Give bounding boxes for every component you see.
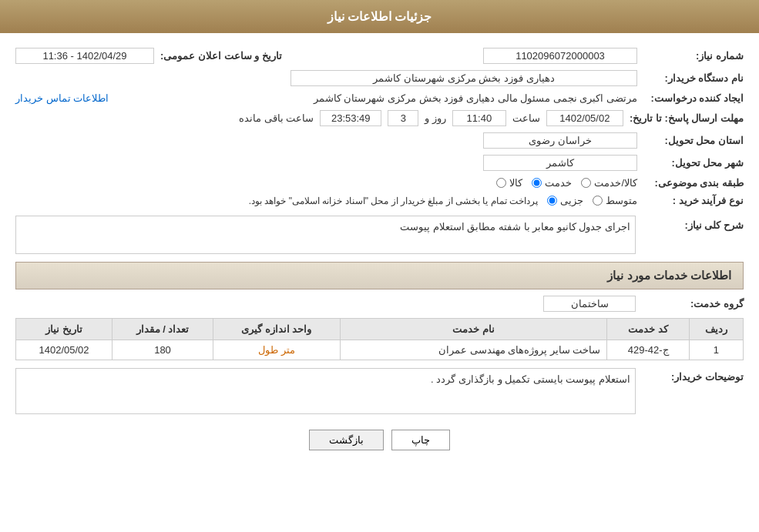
service-group-label: گروه خدمت: — [643, 298, 744, 309]
category-kala-radio[interactable] — [496, 178, 506, 188]
city-label: شهر محل تحویل: — [643, 157, 744, 169]
purchase-motavaset-label: متوسط — [606, 195, 637, 206]
col-header-code: کد خدمت — [607, 319, 689, 340]
creator-value: مرتضی اکبری نجمی مسئول مالی دهیاری فوزد … — [115, 92, 637, 104]
bottom-buttons: چاپ بازگشت — [15, 430, 744, 450]
category-kala-khadamat-radio[interactable] — [581, 178, 591, 188]
col-header-date: تاریخ نیاز — [16, 319, 113, 340]
need-number-label: شماره نیاز: — [643, 50, 744, 62]
cell-date: 1402/05/02 — [16, 340, 113, 360]
service-group-row: گروه خدمت: ساختمان — [15, 296, 744, 312]
col-header-qty: تعداد / مقدار — [113, 319, 213, 340]
announcement-date-value: 1402/04/29 - 11:36 — [15, 48, 154, 64]
province-label: استان محل تحویل: — [643, 135, 744, 146]
buyer-desc-label: توضیحات خریدار: — [643, 368, 744, 383]
col-header-name: نام خدمت — [340, 319, 607, 340]
content-area: شماره نیاز: 1102096072000003 تاریخ و ساع… — [0, 33, 759, 473]
purchase-type-options: متوسط جزیی پرداخت تمام یا بخشی از مبلغ خ… — [249, 195, 637, 206]
reply-deadline-row: مهلت ارسال پاسخ: تا تاریخ: 1402/05/02 سا… — [15, 107, 744, 129]
category-radio-group: کالا/خدمت خدمت کالا — [496, 177, 637, 189]
category-kala-option[interactable]: کالا — [496, 177, 522, 189]
page-wrapper: جزئیات اطلاعات نیاز شماره نیاز: 11020960… — [0, 0, 759, 532]
reply-time-field: 11:40 — [452, 110, 506, 126]
purchase-type-row: نوع فرآیند خرید : متوسط جزیی پرداخت تمام… — [15, 192, 744, 209]
category-kala-khadamat-label: کالا/خدمت — [594, 177, 637, 189]
services-table-header-row: ردیف کد خدمت نام خدمت واحد اندازه گیری ت… — [16, 319, 744, 340]
category-row: طبقه بندی موضوعی: کالا/خدمت خدمت کالا — [15, 174, 744, 192]
services-table: ردیف کد خدمت نام خدمت واحد اندازه گیری ت… — [15, 318, 744, 360]
buyer-desc-value: استعلام پیوست بایستی تکمیل و بازگذاری گر… — [15, 368, 636, 414]
reply-remaining-label: ساعت باقی مانده — [239, 112, 314, 124]
need-description-value: اجرای جدول کانیو معابر با شفته مطابق است… — [15, 216, 636, 254]
category-khadamat-label: خدمت — [545, 177, 572, 189]
creator-label: ایجاد کننده درخواست: — [643, 92, 744, 104]
buyer-name-value: دهیاری فوزد بخش مرکزی شهرستان کاشمر — [291, 70, 637, 86]
table-row: 1 ج-42-429 ساخت سایر پروژه‌های مهندسی عم… — [16, 340, 744, 360]
reply-date-field: 1402/05/02 — [546, 110, 623, 126]
reply-remaining-field: 23:53:49 — [320, 110, 381, 126]
cell-code: ج-42-429 — [607, 340, 689, 360]
page-title: جزئیات اطلاعات نیاز — [327, 10, 432, 23]
page-header: جزئیات اطلاعات نیاز — [0, 0, 759, 33]
purchase-motavaset-radio[interactable] — [593, 196, 603, 206]
service-group-value: ساختمان — [543, 296, 636, 312]
back-button[interactable]: بازگشت — [309, 430, 384, 450]
category-khadamat-option[interactable]: خدمت — [532, 177, 572, 189]
category-kala-label: کالا — [509, 177, 522, 189]
reply-deadline-label: مهلت ارسال پاسخ: تا تاریخ: — [630, 112, 744, 124]
services-section-title: اطلاعات خدمات مورد نیاز — [607, 269, 731, 282]
col-header-unit: واحد اندازه گیری — [213, 319, 340, 340]
purchase-type-text: پرداخت تمام یا بخشی از مبلغ خریدار از مح… — [249, 196, 538, 206]
purchase-jazei-option[interactable]: جزیی — [547, 195, 583, 206]
reply-days-label: روز و — [425, 112, 446, 124]
buyer-name-label: نام دستگاه خریدار: — [643, 72, 744, 84]
need-number-value: 1102096072000003 — [483, 48, 637, 64]
category-khadamat-radio[interactable] — [532, 178, 542, 188]
services-section-header: اطلاعات خدمات مورد نیاز — [15, 262, 744, 289]
reply-time-label: ساعت — [512, 112, 540, 124]
print-button[interactable]: چاپ — [391, 430, 450, 450]
creator-row: ایجاد کننده درخواست: مرتضی اکبری نجمی مس… — [15, 89, 744, 107]
cell-quantity: 180 — [113, 340, 213, 360]
announcement-date-label: تاریخ و ساعت اعلان عمومی: — [160, 50, 282, 62]
purchase-motavaset-option[interactable]: متوسط — [593, 195, 637, 206]
need-description-label: شرح کلی نیاز: — [643, 216, 744, 231]
cell-name: ساخت سایر پروژه‌های مهندسی عمران — [340, 340, 607, 360]
buyer-name-row: نام دستگاه خریدار: دهیاری فوزد بخش مرکزی… — [15, 67, 744, 89]
province-value: خراسان رضوی — [483, 132, 637, 149]
purchase-jazei-radio[interactable] — [547, 196, 557, 206]
contact-info-link[interactable]: اطلاعات تماس خریدار — [15, 92, 109, 104]
city-row: شهر محل تحویل: کاشمر — [15, 152, 744, 174]
purchase-type-label: نوع فرآیند خرید : — [643, 195, 744, 206]
category-label: طبقه بندی موضوعی: — [643, 177, 744, 189]
purchase-jazei-label: جزیی — [560, 195, 583, 206]
reply-days-field: 3 — [388, 110, 418, 126]
cell-unit: متر طول — [213, 340, 340, 360]
province-row: استان محل تحویل: خراسان رضوی — [15, 129, 744, 152]
need-number-row: شماره نیاز: 1102096072000003 تاریخ و ساع… — [15, 45, 744, 67]
need-description-section: شرح کلی نیاز: اجرای جدول کانیو معابر با … — [15, 216, 744, 254]
buyer-description-row: توضیحات خریدار: استعلام پیوست بایستی تکم… — [15, 368, 744, 414]
col-header-rownum: ردیف — [689, 319, 743, 340]
cell-rownum: 1 — [689, 340, 743, 360]
city-value: کاشمر — [483, 155, 637, 171]
category-kala-khadamat-option[interactable]: کالا/خدمت — [581, 177, 637, 189]
